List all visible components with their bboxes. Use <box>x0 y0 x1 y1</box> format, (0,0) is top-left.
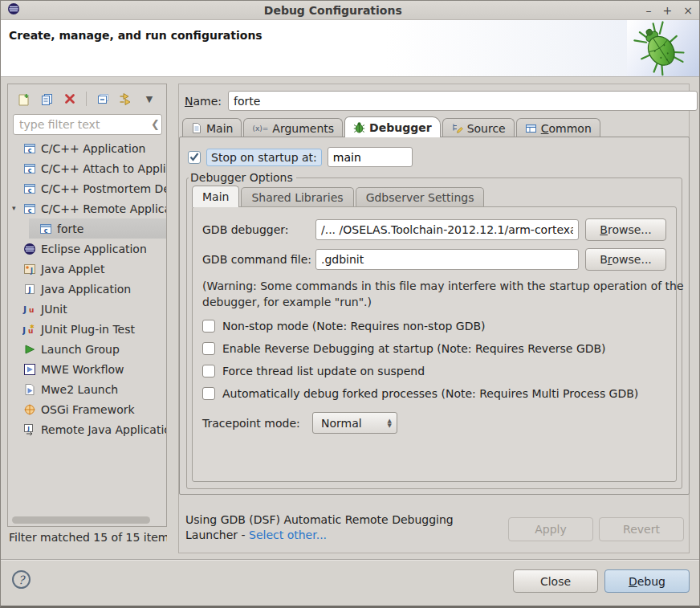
mwe2-icon <box>22 383 36 396</box>
button-bar: ? Close Debug <box>1 561 699 606</box>
delete-icon[interactable] <box>63 92 77 106</box>
close-window-button[interactable]: × <box>683 5 693 16</box>
checkbox[interactable] <box>202 342 215 355</box>
tree-item-c-c-application[interactable]: cC/C++ Application <box>8 138 166 158</box>
filter-status: Filter matched 15 of 15 items <box>9 531 167 544</box>
debugger-options-tab-gdbserver-settings[interactable]: Gdbserver Settings <box>356 187 485 207</box>
filter-configurations-icon[interactable] <box>119 92 133 106</box>
select-other-link[interactable]: Select other... <box>249 528 327 541</box>
gdb-debugger-input[interactable] <box>315 219 579 240</box>
stop-on-startup-checkbox[interactable] <box>188 151 201 164</box>
junit-icon: Ju <box>22 303 36 316</box>
tree-item-c-c-postmortem-debugger[interactable]: cC/C++ Postmortem Debugger <box>8 178 166 198</box>
table-icon <box>525 123 537 134</box>
tree-item-java-application[interactable]: JJava Application <box>8 279 166 299</box>
tree-item-junit[interactable]: JuJUnit <box>8 299 166 319</box>
tab-label: Main <box>206 122 233 135</box>
debugger-options-main-tab-content: GDB debugger: Browse... GDB command file… <box>192 206 677 482</box>
tab-source[interactable]: Source <box>442 118 515 137</box>
collapse-all-icon[interactable] <box>96 92 110 106</box>
tree-item-mwe-workflow[interactable]: MWE Workflow <box>8 359 166 379</box>
gdb-command-file-input[interactable] <box>315 249 579 270</box>
expand-arrow-icon[interactable]: ▾ <box>12 204 16 212</box>
java-app-icon: J <box>22 283 36 296</box>
tab-main[interactable]: Main <box>182 118 242 137</box>
debug-button[interactable]: Debug <box>604 569 690 593</box>
titlebar: Debug Configurations – + × <box>1 1 699 20</box>
option-row: Enable Reverse Debugging at startup (Not… <box>202 342 666 355</box>
toolbar-separator <box>86 92 87 106</box>
tree-item-launch-group[interactable]: Launch Group <box>8 339 166 359</box>
tree-item-osgi-framework[interactable]: OSGi Framework <box>8 399 166 419</box>
tree-item-label: JUnit <box>41 303 67 316</box>
gdb-command-file-label: GDB command file: <box>202 253 315 266</box>
stop-on-startup-input[interactable] <box>328 147 413 167</box>
debugger-options-group: Debugger Options MainShared LibrariesGdb… <box>186 171 682 489</box>
gdb-command-file-browse-button[interactable]: Browse... <box>585 248 666 271</box>
tracepoint-mode-combo[interactable]: Normal ▲▼ <box>312 412 397 434</box>
launch-group-icon <box>22 343 36 356</box>
svg-text:c: c <box>27 206 31 214</box>
tree-item-junit-plug-in-test[interactable]: Ju✱JUnit Plug-in Test <box>8 319 166 339</box>
svg-text:u: u <box>29 306 34 314</box>
new-configuration-icon[interactable] <box>16 92 31 106</box>
tree-horizontal-scrollbar[interactable] <box>12 516 150 524</box>
tree-item-c-c-remote-application[interactable]: ▾cC/C++ Remote Application <box>8 198 166 218</box>
checkbox[interactable] <box>202 320 215 333</box>
checkbox[interactable] <box>202 387 215 400</box>
configurations-panel: ▼ ❮ cC/C++ ApplicationcC/C++ Attach to A… <box>7 84 167 527</box>
tree-item-label: Launch Group <box>41 343 120 356</box>
source-icon <box>451 122 463 134</box>
tree-item-label: C/C++ Remote Application <box>41 202 166 215</box>
filter-input[interactable] <box>13 114 162 135</box>
tree-item-eclipse-application[interactable]: Eclipse Application <box>8 239 166 259</box>
checkbox[interactable] <box>202 365 215 377</box>
tree-item-forte[interactable]: cforte <box>29 218 166 239</box>
c-app-icon: c <box>22 142 36 155</box>
tab-debugger[interactable]: Debugger <box>344 116 441 137</box>
maximize-button[interactable]: + <box>663 5 673 16</box>
close-button[interactable]: Close <box>513 569 598 593</box>
launcher-line2-prefix: Launcher - <box>185 528 249 541</box>
apply-button[interactable]: Apply <box>508 517 593 541</box>
name-input[interactable] <box>228 91 698 111</box>
bug-illustration-icon <box>627 20 699 76</box>
tree-item-label: C/C++ Postmortem Debugger <box>41 182 166 195</box>
debugger-options-tabs: MainShared LibrariesGdbserver Settings <box>192 186 486 207</box>
debugger-options-tab-shared-libraries[interactable]: Shared Libraries <box>241 187 353 207</box>
filter-clear-icon[interactable]: ❮ <box>151 118 160 130</box>
menu-chevron-down-icon[interactable]: ▼ <box>142 92 157 106</box>
combo-spinner-icon: ▲▼ <box>388 418 392 428</box>
gdbinit-warning-text: (Warning: Some commands in this file may… <box>202 278 684 310</box>
checkbox-label: Force thread list update on suspend <box>222 365 425 377</box>
tree-item-label: OSGi Framework <box>41 403 135 416</box>
tree-item-mwe2-launch[interactable]: Mwe2 Launch <box>8 379 166 399</box>
tree-item-remote-java-application[interactable]: JRemote Java Application <box>8 419 166 439</box>
launcher-line1: Using GDB (DSF) Automatic Remote Debuggi… <box>185 512 507 528</box>
eclipse-icon <box>22 243 36 255</box>
tree-item-c-c-attach-to-application[interactable]: cC/C++ Attach to Application <box>8 158 166 178</box>
tree-item-java-applet[interactable]: JJava Applet <box>8 259 166 279</box>
debug-configurations-dialog: Debug Configurations – + × Create, manag… <box>0 0 700 608</box>
java-applet-icon: J <box>22 263 36 275</box>
minimize-button[interactable]: – <box>646 5 652 16</box>
configuration-detail-panel: Name: Main(x)=ArgumentsDebuggerSourceCom… <box>178 84 690 553</box>
tree-item-label: Java Application <box>41 283 131 296</box>
svg-text:J: J <box>22 304 26 315</box>
debugger-options-tab-main[interactable]: Main <box>192 186 239 207</box>
configuration-tabs: Main(x)=ArgumentsDebuggerSourceCommon <box>182 116 602 137</box>
gdb-debugger-browse-button[interactable]: Browse... <box>585 218 666 241</box>
tab-arguments[interactable]: (x)=Arguments <box>243 118 343 137</box>
c-app-icon: c <box>22 162 36 175</box>
duplicate-icon[interactable] <box>39 92 54 106</box>
revert-button[interactable]: Revert <box>599 517 684 541</box>
args-icon: (x)= <box>252 124 268 133</box>
help-button[interactable]: ? <box>12 570 31 589</box>
tree-item-label: Mwe2 Launch <box>41 383 118 396</box>
svg-text:c: c <box>43 226 47 234</box>
tab-common[interactable]: Common <box>516 118 600 137</box>
svg-text:J: J <box>26 426 30 432</box>
option-row: Force thread list update on suspend <box>202 365 666 377</box>
svg-text:c: c <box>27 166 31 173</box>
window-title: Debug Configurations <box>20 4 646 17</box>
